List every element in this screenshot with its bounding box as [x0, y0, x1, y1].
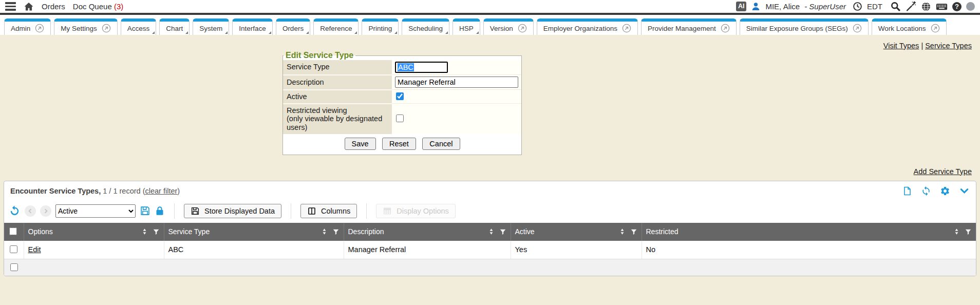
store-displayed-data-button[interactable]: Store Displayed Data: [184, 204, 281, 218]
description-input[interactable]: [395, 77, 518, 88]
active-checkbox[interactable]: [396, 92, 404, 100]
encounter-service-types-panel: Encounter Service Types, 1 / 1 record (c…: [4, 181, 976, 276]
status-dot-icon: [966, 2, 975, 11]
top-navigation-bar: Orders Doc Queue (3) AI MIE, Alice - Sup…: [0, 0, 980, 15]
external-link-icon: [721, 24, 730, 33]
tab-hsp[interactable]: HSP: [453, 18, 480, 35]
floppy-icon: [191, 206, 200, 216]
tab-work-locations[interactable]: Work Locations: [872, 18, 947, 35]
column-header-active[interactable]: Active: [511, 223, 642, 241]
sort-icon[interactable]: [954, 227, 959, 236]
tab-employer-organizations[interactable]: Employer Organizations: [537, 18, 638, 35]
columns-icon: [307, 206, 316, 216]
column-header-label: Options: [28, 227, 137, 236]
visit-types-link[interactable]: Visit Types: [883, 42, 919, 50]
form-buttons: Save Reset Cancel: [283, 134, 521, 155]
tab-label: My Settings: [61, 25, 97, 32]
tab-interface[interactable]: Interface: [232, 18, 273, 35]
tab-chart[interactable]: Chart: [159, 18, 190, 35]
select-all-checkbox[interactable]: [9, 227, 17, 235]
ai-badge[interactable]: AI: [736, 2, 747, 11]
column-header-restricted[interactable]: Restricted: [642, 223, 976, 241]
column-header-label: Service Type: [168, 227, 316, 236]
filter-select[interactable]: Active: [55, 204, 136, 218]
filter-funnel-icon[interactable]: [332, 228, 340, 236]
sort-icon[interactable]: [488, 227, 494, 236]
undo-icon[interactable]: [9, 205, 21, 217]
column-header-label: Restricted: [646, 227, 949, 236]
sort-icon[interactable]: [619, 227, 625, 236]
refresh-icon[interactable]: [921, 186, 931, 196]
filter-funnel-icon[interactable]: [630, 228, 637, 236]
home-icon[interactable]: [24, 2, 34, 12]
footer-checkbox[interactable]: [10, 263, 18, 271]
add-service-type-link[interactable]: Add Service Type: [914, 167, 972, 176]
sort-icon[interactable]: [322, 227, 327, 236]
keyboard-icon[interactable]: [936, 2, 948, 12]
tab-printing[interactable]: Printing: [362, 18, 399, 35]
reset-button[interactable]: Reset: [382, 138, 416, 150]
service-type-input[interactable]: ABC: [395, 62, 448, 73]
cell-service-type: ABC: [164, 241, 344, 259]
paren-close: ): [177, 187, 180, 195]
filter-funnel-icon[interactable]: [965, 228, 972, 236]
cell-restricted: No: [642, 241, 976, 259]
filter-funnel-icon[interactable]: [499, 228, 506, 236]
wand-icon[interactable]: [906, 1, 916, 12]
tab-access[interactable]: Access: [121, 18, 157, 35]
active-label: Active: [283, 90, 392, 104]
tab-orders[interactable]: Orders: [276, 18, 310, 35]
hamburger-menu-icon[interactable]: [5, 2, 16, 11]
globe-icon[interactable]: [921, 2, 931, 12]
edit-row-link[interactable]: Edit: [28, 245, 41, 254]
tab-system[interactable]: System: [193, 18, 229, 35]
cell-description: Manager Referral: [344, 241, 511, 259]
help-icon[interactable]: ?: [952, 2, 962, 11]
display-options-label: Display Options: [397, 207, 449, 215]
tab-reference[interactable]: Reference: [313, 18, 359, 35]
save-button[interactable]: Save: [345, 138, 376, 150]
restricted-viewing-checkbox[interactable]: [396, 115, 404, 122]
collapse-chevron-icon[interactable]: [959, 186, 970, 196]
external-link-icon: [518, 24, 527, 33]
external-link-icon: [853, 24, 862, 33]
lock-icon[interactable]: [155, 205, 165, 216]
tab-scheduling[interactable]: Scheduling: [402, 18, 449, 35]
user-name[interactable]: MIE, Alice: [765, 2, 800, 11]
columns-label: Columns: [321, 207, 350, 215]
tab-similar-exposure-groups[interactable]: Similar Exposure Groups (SEGs): [740, 18, 869, 35]
nav-doc-queue-link[interactable]: Doc Queue (3): [73, 2, 123, 11]
row-checkbox[interactable]: [10, 245, 17, 253]
toolbar-divider: [366, 203, 367, 219]
save-filter-icon[interactable]: [140, 205, 150, 216]
tab-admin[interactable]: Admin: [4, 18, 51, 35]
service-types-link[interactable]: Service Types: [925, 42, 972, 50]
tab-label: System: [199, 25, 222, 32]
clock-icon[interactable]: [853, 2, 862, 11]
gear-icon[interactable]: [940, 186, 950, 196]
tab-label: Admin: [11, 25, 30, 32]
tab-label: Version: [490, 25, 513, 32]
tab-provider-management[interactable]: Provider Management: [641, 18, 737, 35]
tab-my-settings[interactable]: My Settings: [54, 18, 118, 35]
cancel-button[interactable]: Cancel: [422, 138, 460, 150]
columns-button[interactable]: Columns: [300, 204, 357, 218]
column-header-options[interactable]: Options: [24, 223, 164, 241]
nav-orders-link[interactable]: Orders: [42, 2, 65, 11]
new-document-icon[interactable]: [902, 186, 912, 196]
tab-label: Reference: [320, 25, 352, 32]
search-icon[interactable]: [890, 1, 901, 12]
previous-page-icon[interactable]: [25, 205, 36, 217]
sort-icon[interactable]: [142, 227, 147, 236]
user-icon: [751, 2, 761, 11]
tab-version[interactable]: Version: [483, 18, 534, 35]
next-page-icon[interactable]: [40, 205, 51, 217]
filter-funnel-icon[interactable]: [153, 228, 160, 236]
doc-queue-label: Doc Queue: [73, 2, 112, 11]
clear-filter-link[interactable]: clear filter: [145, 187, 177, 195]
column-header-service-type[interactable]: Service Type: [164, 223, 344, 241]
timezone-label: EDT: [867, 2, 882, 11]
table-header-row: Options Service Type Description Active …: [4, 223, 976, 241]
table-footer-row: [4, 259, 976, 276]
column-header-description[interactable]: Description: [344, 223, 511, 241]
